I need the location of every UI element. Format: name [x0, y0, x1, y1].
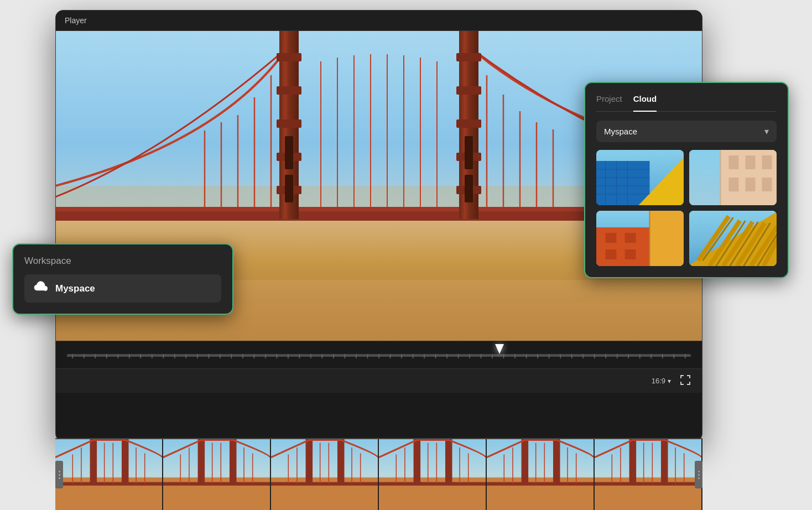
filmstrip	[55, 438, 702, 510]
svg-rect-37	[465, 136, 473, 169]
filmstrip-frame	[487, 439, 595, 510]
svg-rect-122	[306, 439, 313, 483]
dot	[698, 471, 700, 472]
svg-rect-178	[762, 155, 772, 169]
svg-rect-176	[729, 155, 739, 169]
workspace-item-myspace[interactable]: Myspace	[24, 274, 221, 303]
svg-rect-179	[729, 178, 739, 191]
svg-rect-189	[625, 249, 636, 259]
dot	[59, 474, 60, 476]
workspace-item-label: Myspace	[55, 283, 95, 294]
filmstrip-frame	[271, 439, 379, 510]
scene: Player	[0, 0, 812, 510]
workspace-title: Workspace	[24, 256, 221, 267]
svg-rect-34	[456, 119, 481, 128]
cloud-thumbnail-1[interactable]	[596, 150, 684, 205]
dot	[698, 474, 700, 476]
svg-rect-32	[456, 53, 481, 61]
cloud-thumbnail-2[interactable]	[689, 150, 777, 205]
svg-rect-135	[379, 482, 486, 486]
svg-rect-185	[650, 211, 684, 266]
aspect-ratio-label: 16:9	[652, 377, 665, 385]
svg-rect-187	[625, 233, 636, 243]
svg-rect-177	[746, 155, 756, 169]
chevron-down-icon: ▾	[668, 377, 671, 385]
svg-rect-134	[445, 439, 452, 483]
filmstrip-handle-left[interactable]	[55, 461, 63, 488]
svg-rect-186	[606, 233, 617, 243]
svg-rect-123	[337, 439, 345, 483]
svg-rect-113	[163, 482, 270, 486]
dot	[59, 477, 60, 479]
cloud-thumbnail-3[interactable]	[596, 211, 684, 266]
svg-rect-112	[230, 439, 237, 483]
svg-rect-155	[629, 439, 637, 483]
controls-bar: 16:9 ▾	[56, 368, 702, 393]
filmstrip-handle-right[interactable]	[695, 461, 702, 488]
tab-cloud[interactable]: Cloud	[633, 94, 657, 112]
svg-rect-38	[465, 175, 473, 202]
svg-rect-26	[277, 119, 301, 128]
cloud-panel-tabs: Project Cloud	[596, 94, 777, 112]
svg-rect-101	[122, 439, 129, 483]
filmstrip-frame	[55, 439, 163, 510]
svg-rect-157	[595, 482, 701, 486]
svg-rect-102	[55, 482, 162, 486]
svg-rect-181	[762, 178, 772, 191]
svg-rect-180	[746, 178, 756, 191]
fullscreen-button[interactable]	[680, 374, 691, 388]
dot	[698, 477, 700, 479]
svg-rect-24	[277, 53, 301, 61]
cloud-icon	[33, 281, 48, 296]
svg-rect-144	[522, 439, 529, 483]
chevron-down-icon: ▾	[764, 126, 769, 137]
svg-rect-145	[553, 439, 560, 483]
svg-rect-165	[596, 161, 650, 205]
player-title: Player	[65, 16, 87, 25]
filmstrip-frame	[163, 439, 271, 510]
player-title-bar: Player	[56, 11, 702, 31]
workspace-panel: Workspace Myspace	[12, 243, 233, 315]
svg-rect-29	[285, 136, 293, 169]
svg-rect-33	[456, 86, 481, 95]
cloud-workspace-dropdown[interactable]: Myspace ▾	[596, 121, 777, 142]
cloud-thumbnail-4[interactable]	[689, 211, 777, 266]
handle-dots-left	[59, 471, 60, 479]
svg-rect-124	[271, 482, 378, 486]
filmstrip-frame	[379, 439, 487, 510]
cloud-panel: Project Cloud Myspace ▾	[584, 82, 789, 278]
cloud-dropdown-label: Myspace	[604, 127, 637, 136]
tab-project[interactable]: Project	[596, 94, 622, 107]
handle-dots-right	[698, 471, 700, 479]
svg-rect-100	[90, 439, 97, 483]
svg-rect-111	[198, 439, 205, 483]
svg-rect-25	[277, 86, 301, 95]
cloud-thumbnail-grid	[596, 150, 777, 266]
svg-rect-30	[285, 175, 293, 202]
dot	[59, 471, 60, 472]
svg-rect-156	[661, 439, 668, 483]
svg-rect-188	[606, 249, 617, 259]
aspect-ratio-button[interactable]: 16:9 ▾	[652, 377, 671, 385]
svg-rect-133	[414, 439, 421, 483]
timeline-area[interactable]	[56, 341, 702, 368]
svg-rect-146	[487, 482, 594, 486]
filmstrip-frame	[595, 439, 702, 510]
